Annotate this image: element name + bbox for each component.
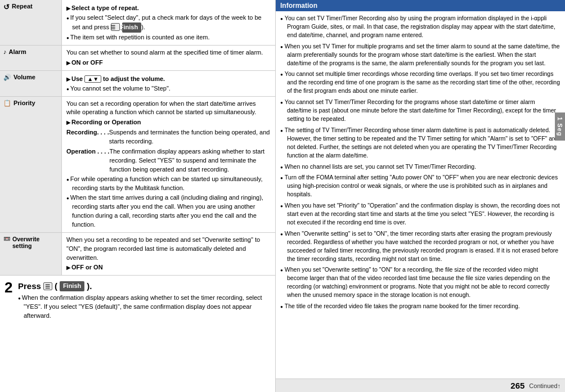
- volume-icon: 🔊: [3, 74, 11, 81]
- volume-content: Use ▲▼ to adjust the volume. You cannot …: [62, 71, 275, 96]
- info-bullet-5: The setting of TV Timer/Timer Recording …: [280, 126, 560, 160]
- volume-row: 🔊 Volume Use ▲▼ to adjust the volume. Yo…: [0, 71, 275, 97]
- info-bullet-3: You cannot set multiple timer recordings…: [280, 70, 560, 95]
- info-bullet-11: The title of the recorded video file tak…: [280, 302, 560, 310]
- info-bullet-9: When "Overwrite setting" is set to "ON",…: [280, 229, 560, 263]
- menu-icon: ☰: [111, 23, 120, 31]
- priority-bullet1: For while operating a function which can…: [66, 175, 271, 193]
- repeat-row: ↺ Repeat Select a type of repeat. If you…: [0, 0, 275, 46]
- finish-badge: Finish: [122, 22, 141, 33]
- overwrite-icon: 📼: [3, 236, 10, 242]
- priority-row: 📋 Priority You can set a recording opera…: [0, 97, 275, 233]
- alarm-text: You can set whether to sound alarm at th…: [66, 49, 263, 56]
- repeat-arrow1: Select a type of repeat.: [66, 4, 271, 13]
- alarm-content: You can set whether to sound alarm at th…: [62, 46, 275, 70]
- step2-area: 2 Press ☰(Finish). When the confirmation…: [0, 276, 275, 324]
- info-bullet-7: Turn off the FOMA terminal after setting…: [280, 173, 560, 199]
- info-header: Information: [276, 0, 565, 11]
- step-content: Press ☰(Finish). When the confirmation d…: [18, 280, 271, 321]
- info-bullet-6: When no channel lists are set, you canno…: [280, 163, 560, 171]
- repeat-content: Select a type of repeat. If you select "…: [62, 0, 275, 45]
- volume-bullet: You cannot set the volume to "Step".: [66, 84, 271, 93]
- priority-indent2: Operation . . . . The confirmation displ…: [66, 147, 271, 174]
- info-bullet-10: When you set "Overwrite setting" to "ON"…: [280, 265, 560, 299]
- press-line: Press ☰(Finish).: [18, 280, 271, 292]
- finish-button[interactable]: Finish: [60, 281, 84, 291]
- overwrite-arrow: OFF or ON: [66, 263, 271, 272]
- alarm-label-text: Alarm: [9, 48, 26, 55]
- priority-indent1: Recording. . . . Suspends and terminates…: [66, 128, 271, 146]
- overwrite-label-text: Overwrite setting: [12, 236, 58, 249]
- side-tab-text: 1 Seg: [557, 117, 563, 136]
- repeat-label-text: Repeat: [12, 3, 33, 10]
- menu-button-icon[interactable]: ☰: [43, 282, 52, 290]
- priority-icon: 📋: [3, 100, 11, 107]
- alarm-row: ♪ Alarm You can set whether to sound ala…: [0, 46, 275, 71]
- repeat-label: ↺ Repeat: [0, 0, 62, 45]
- repeat-icon: ↺: [3, 3, 10, 11]
- step2-description: When the confirmation display appears as…: [18, 294, 271, 321]
- alarm-icon: ♪: [3, 48, 7, 55]
- step-number: 2: [5, 280, 15, 295]
- alarm-arrow: ON or OFF: [66, 58, 271, 67]
- overwrite-row: 📼 Overwrite setting When you set a recor…: [0, 233, 275, 276]
- overwrite-label: 📼 Overwrite setting: [0, 233, 62, 276]
- priority-bullet2: When the start time arrives during a cal…: [66, 193, 271, 229]
- info-bullet-8: When you have set "Priority" to "Operati…: [280, 201, 560, 227]
- priority-arrow: Recording or Operation: [66, 118, 271, 127]
- continued-label: Continued↑: [529, 382, 560, 389]
- press-text: Press: [18, 280, 41, 292]
- side-tab: 1 Seg: [555, 112, 565, 141]
- indent-label1: Recording. . . .: [66, 128, 109, 146]
- info-bullet-2: When you set TV Timer for multiple progr…: [280, 42, 560, 67]
- indent-text1: Suspends and terminates the function bei…: [109, 128, 271, 146]
- priority-label: 📋 Priority: [0, 97, 62, 232]
- right-panel: Information You can set TV Timer/Timer R…: [276, 0, 565, 392]
- alarm-label: ♪ Alarm: [0, 46, 62, 70]
- volume-arrow: Use ▲▼ to adjust the volume.: [66, 75, 271, 84]
- volume-label: 🔊 Volume: [0, 71, 62, 96]
- left-panel: ↺ Repeat Select a type of repeat. If you…: [0, 0, 276, 392]
- indent-text2: The confirmation display appears asking …: [109, 147, 271, 174]
- bottom-bar: 265 Continued↑: [276, 379, 565, 392]
- priority-content: You can set a recording operation for wh…: [62, 97, 275, 232]
- overwrite-main-text: When you set a recording to be repeated …: [66, 236, 260, 261]
- priority-main-text: You can set a recording operation for wh…: [66, 100, 271, 118]
- priority-label-text: Priority: [14, 100, 35, 106]
- repeat-bullet2: The item set with repetition is counted …: [66, 33, 271, 42]
- info-body: You can set TV Timer/Timer Recording als…: [276, 11, 565, 379]
- overwrite-content: When you set a recording to be repeated …: [62, 233, 275, 276]
- page-number: 265: [510, 381, 524, 390]
- repeat-bullet1: If you select "Select day", put a check …: [66, 13, 271, 33]
- volume-label-text: Volume: [14, 74, 35, 80]
- info-bullet-4: You cannot set TV Timer/Timer Recording …: [280, 98, 560, 123]
- info-bullet-1: You can set TV Timer/Timer Recording als…: [280, 14, 560, 39]
- indent-label2: Operation . . . .: [66, 147, 109, 174]
